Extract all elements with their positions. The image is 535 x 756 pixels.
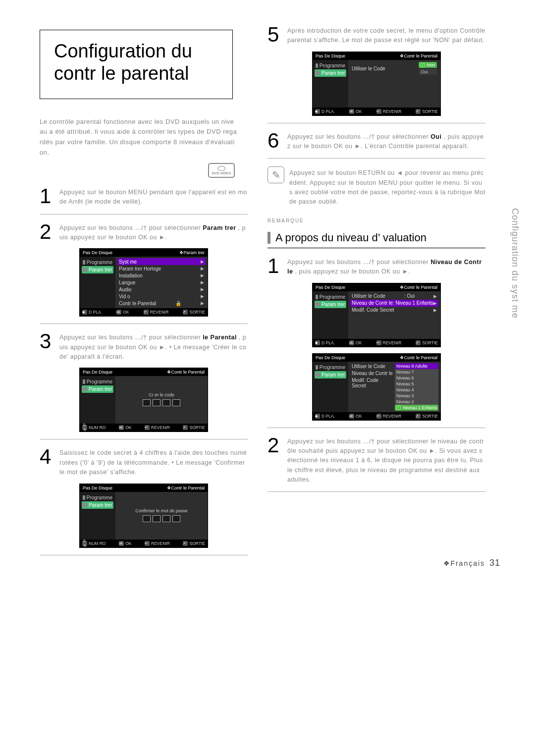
foot-rev: REVENIR <box>150 310 169 315</box>
osd-status: Pas De Disque <box>83 486 112 490</box>
menu-item[interactable]: Langue <box>119 280 135 285</box>
code-box[interactable] <box>172 515 180 522</box>
side-programme: Programme <box>87 260 112 265</box>
foot-rev: REVENIR <box>383 414 402 419</box>
gear-icon <box>83 387 87 391</box>
foot-ok: OK <box>356 109 362 114</box>
option-non[interactable]: Non <box>427 62 435 67</box>
side-programme: Programme <box>320 294 345 300</box>
step-text: Saisissez le code secret à 4 chiffres à … <box>59 447 248 477</box>
osd-label: Utiliser le Code <box>352 364 385 369</box>
osd-status: Pas De Disque <box>316 54 345 58</box>
foot-num: NUM RO <box>89 425 106 430</box>
osd-breadcrumb: ❖Contr le Parental <box>400 355 437 360</box>
osd-breadcrumb: ❖Contr le Parental <box>400 285 437 290</box>
side-parametrer: Param trer <box>321 302 345 307</box>
osd-label: Utiliser le Code <box>352 293 385 299</box>
dvd-label: DVD-VIDEO <box>212 171 231 175</box>
step-text: Appuyez sur les boutons …/† pour sélecti… <box>287 131 485 152</box>
menu-item[interactable]: Contr le Parental <box>119 301 156 306</box>
side-parametrer: Param trer <box>89 386 112 392</box>
osd-value: : Niveau 1 Enfants <box>393 300 433 306</box>
disc-icon <box>217 166 225 171</box>
foot-sort: SORTIE <box>189 541 205 546</box>
osd-subtitle: Confirmer le mot de passe <box>133 506 190 514</box>
side-parametrer: Param trer <box>89 502 112 508</box>
step-5: 5 Après introduction de votre code secre… <box>268 25 485 46</box>
osd-breadcrumb: ❖Contr le Parental <box>167 486 205 490</box>
osd-status: Pas De Disque <box>316 285 345 290</box>
osd-parametrer-menu: Pas De Disque ❖Param trer Programme Para… <box>79 248 208 317</box>
side-tab: Configuration du syst me <box>510 208 520 319</box>
foot-num: NUM RO <box>89 541 106 546</box>
check-icon <box>396 405 401 410</box>
osd-label: Utiliser le Code <box>352 66 385 71</box>
page-number: 31 <box>489 558 500 568</box>
option-oui[interactable]: Oui <box>421 69 428 74</box>
foot-rev: REVENIR <box>383 340 402 345</box>
code-box[interactable] <box>153 399 160 406</box>
osd-use-code: Pas De Disque ❖Contr le Parental Program… <box>312 52 441 116</box>
level-item[interactable]: Niveau 2 <box>396 399 414 404</box>
step-number: 6 <box>268 131 282 152</box>
code-box[interactable] <box>162 515 170 522</box>
pencil-icon: ✎ <box>268 166 284 183</box>
menu-item[interactable]: Audio <box>119 287 132 292</box>
step-number: 2 <box>268 436 282 485</box>
level-item[interactable]: Niveau 4 <box>396 387 414 392</box>
note-label: REMARQUE <box>268 218 485 223</box>
level-item[interactable]: Niveau 5 <box>396 381 414 386</box>
folder-icon <box>316 63 318 68</box>
note-block: ✎ Appuyez sur le bouton RETURN ou ◄ pour… <box>268 166 485 207</box>
step-number: 5 <box>268 25 282 46</box>
code-box[interactable] <box>162 399 170 406</box>
foot-ok: OK <box>356 340 362 345</box>
check-icon <box>421 63 425 67</box>
step-text: Après introduction de votre code secret,… <box>287 25 485 46</box>
osd-level-list: Pas De Disque ❖Contr le Parental Program… <box>312 353 441 421</box>
code-box[interactable] <box>172 399 180 406</box>
foot-sort: SORTIE <box>422 109 438 114</box>
menu-item[interactable]: Niveau de Contr le <box>352 300 393 306</box>
code-box[interactable] <box>153 515 160 522</box>
level-item[interactable]: Niveau 8 Adulte <box>396 364 428 369</box>
osd-subtitle: Cr er le code <box>147 390 176 398</box>
code-box[interactable] <box>143 515 151 522</box>
menu-item[interactable]: Syst me <box>119 259 137 265</box>
folder-icon <box>83 495 85 500</box>
step-b2: 2 Appuyez sur les boutons …/† pour sélec… <box>268 436 485 485</box>
side-parametrer: Param trer <box>321 70 345 76</box>
foot-sort: SORTIE <box>422 340 438 345</box>
osd-status: Pas De Disque <box>83 250 112 255</box>
step-number: 2 <box>40 222 54 243</box>
osd-value: : Oui <box>404 293 415 299</box>
gear-icon <box>316 71 320 75</box>
level-item[interactable]: Niveau 3 <box>396 393 414 398</box>
intro-text: Le contrôle parental fonctionne avec les… <box>40 117 238 158</box>
level-item[interactable]: Niveau 7 <box>396 370 414 375</box>
gear-icon <box>83 503 87 507</box>
menu-item[interactable]: Vid o <box>119 294 130 299</box>
section-title: A propos du niveau d’ valuation <box>275 231 427 244</box>
step-4: 4 Saisissez le code secret à 4 chiffres … <box>40 447 248 477</box>
footer-label: Français <box>450 559 485 567</box>
menu-item[interactable]: Installation <box>119 273 143 278</box>
menu-item[interactable]: Param trer Horloge <box>119 266 161 271</box>
osd-status: Pas De Disque <box>83 370 112 375</box>
level-item[interactable]: Niveau 6 <box>396 376 414 380</box>
foot-rev: REVENIR <box>151 541 170 546</box>
step-1: 1 Appuyez sur le bouton MENU pendant que… <box>40 187 248 207</box>
lock-icon: 🔒 <box>175 301 181 306</box>
osd-status: Pas De Disque <box>316 355 345 360</box>
foot-depl: D PLA. <box>321 414 335 419</box>
foot-sort: SORTIE <box>189 310 205 315</box>
level-item[interactable]: Niveau 1 Enfants <box>403 405 437 410</box>
foot-rev: REVENIR <box>151 425 170 430</box>
gear-icon <box>83 268 87 272</box>
side-programme: Programme <box>87 379 112 384</box>
menu-item[interactable]: Modif. Code Secret <box>352 307 394 313</box>
page-title: Configuration du contr le parental <box>54 40 218 85</box>
note-text: Appuyez sur le bouton RETURN ou ◄ pour r… <box>289 166 485 207</box>
folder-icon <box>316 365 318 370</box>
code-box[interactable] <box>143 399 151 406</box>
